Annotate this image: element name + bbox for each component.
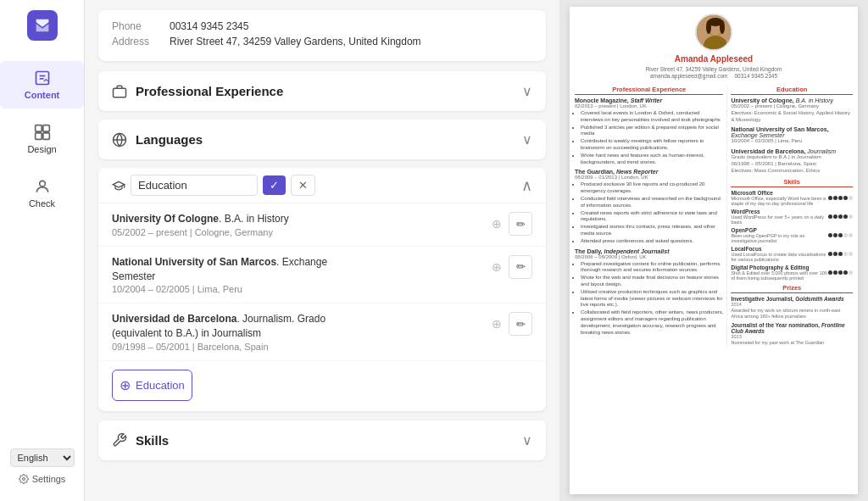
skill-5-info: Digital Photography & Editing Shot & Edi…: [731, 264, 828, 281]
globe-icon: [112, 132, 127, 148]
sidebar: Content Design Check English Settings: [0, 0, 85, 501]
dot: [828, 252, 832, 256]
add-education-button[interactable]: ⊕ Education: [112, 370, 192, 401]
drag-handle-2[interactable]: ⊕: [492, 260, 502, 274]
education-collapse-button[interactable]: ∧: [521, 176, 532, 195]
address-row: Address River Street 47, 34259 Valley Ga…: [112, 36, 532, 47]
dot-empty: [843, 233, 848, 237]
dot: [838, 252, 843, 256]
settings-label: Settings: [32, 474, 66, 484]
resume-card: Amanda Appleseed River Street 47, 34259 …: [570, 7, 858, 494]
sidebar-item-content[interactable]: Content: [0, 61, 84, 109]
skill-2-name: WordPress: [731, 209, 828, 214]
skill-1: Microsoft Office Microsoft Office, espec…: [731, 190, 853, 206]
dot: [843, 196, 848, 200]
edit-button-1[interactable]: ✏: [509, 212, 532, 236]
skill-3: OpenPGP Been using OpenPGP in my role as…: [731, 227, 853, 243]
edu-degree-note-3: . Grado: [292, 313, 326, 325]
edu-item-actions-3: ⊕ ✏: [492, 312, 532, 336]
edu-item-sub-1: 05/2002 – present | Cologne, Germany: [112, 227, 492, 237]
dot: [833, 233, 837, 237]
education-section-header: ✓ ✕ ∧: [98, 168, 546, 203]
svg-point-9: [39, 181, 45, 186]
edu-item-title-3: Universidad de Barcelona. Journalism. Gr…: [112, 312, 492, 326]
prize-1-desc: Awarded for my work on silicium miners i…: [731, 308, 853, 320]
chevron-down-icon: ∨: [522, 83, 532, 99]
skills-header[interactable]: Skills ∨: [98, 420, 546, 460]
edu-item-content-3: Universidad de Barcelona. Journalism. Gr…: [112, 312, 492, 352]
job3-bullets: Prepared investigative content for onlin…: [575, 261, 723, 337]
prize-2-desc: Nominated for my past work at The Guardi…: [731, 340, 853, 346]
resume-edu-3-sub: Grado (equivalent to B.A.) in Journalism: [731, 154, 853, 161]
dot-empty: [849, 196, 853, 200]
resume-body: Professional Experience Monocle Magazine…: [570, 82, 858, 352]
resume-edu-title: Education: [731, 86, 853, 95]
prize-1: Investigative Journalist, Goldsmith Awar…: [731, 296, 853, 320]
resume-right-col: Education University of Cologne, B.A. in…: [726, 86, 853, 348]
drag-handle-3[interactable]: ⊕: [492, 317, 502, 331]
prize-2-title: Journalist of the Year nomination, Front…: [731, 322, 853, 334]
job1-bullets: Covered local events in London & Oxford,…: [575, 110, 723, 165]
resume-edu-2-sub: 10/2004 – 02/2005 | Lima, Peru: [731, 138, 853, 145]
resume-job-3: The Daily, Independent Journalist 08/200…: [575, 248, 723, 337]
check-icon: [34, 178, 51, 195]
dot: [838, 270, 843, 275]
settings-item[interactable]: Settings: [19, 474, 66, 484]
dot: [833, 252, 837, 256]
graduation-icon: [112, 179, 125, 192]
resume-edu-3-title: Universidad de Barcelona, Journalism: [731, 148, 853, 154]
education-confirm-button[interactable]: ✓: [263, 175, 286, 195]
resume-edu-1-title: University of Cologne, B.A. in History: [731, 97, 853, 103]
skill-4-desc: Used LocalFocus to create data visualisa…: [731, 252, 828, 262]
education-section: ✓ ✕ ∧ University Of Cologne. B.A. in His…: [98, 168, 546, 411]
resume-preview: Amanda Appleseed River Street 47, 34259 …: [559, 0, 868, 501]
svg-rect-8: [42, 133, 49, 140]
skill-3-dots: [828, 233, 853, 237]
resume-job-1: Monocle Magazine, Staff Writer 02/2013 –…: [575, 97, 723, 165]
drag-handle-1[interactable]: ⊕: [492, 217, 502, 231]
edu-item-title-2b: Semester: [112, 270, 492, 284]
add-education-label: Education: [136, 379, 185, 392]
skill-4-dots: [828, 252, 853, 256]
skills-chevron-icon: ∨: [522, 432, 532, 448]
section-header-left-lang: Languages: [112, 132, 203, 148]
job3-title: The Daily, Independent Journalist: [575, 248, 723, 254]
prize-2: Journalist of the Year nomination, Front…: [731, 322, 853, 346]
skill-2-desc: Used WordPress for over 5+ years on a da…: [731, 214, 828, 225]
edu-item-2: National University of San Marcos. Excha…: [98, 247, 546, 304]
skill-4-name: LocalFocus: [731, 246, 828, 252]
education-title-input[interactable]: [131, 175, 258, 196]
skill-3-name: OpenPGP: [731, 227, 828, 233]
resume-email: amanda.appleseed@gmail.com: [650, 73, 728, 79]
language-select[interactable]: English: [10, 448, 75, 467]
sidebar-item-design[interactable]: Design: [0, 115, 84, 163]
sidebar-item-check-label: Check: [29, 198, 55, 209]
languages-header[interactable]: Languages ∨: [98, 120, 546, 159]
edu-item-title-2: National University of San Marcos. Excha…: [112, 255, 492, 270]
dot: [828, 233, 832, 237]
sidebar-bottom: English Settings: [0, 442, 84, 491]
edu-school-name-1: University Of Cologne: [112, 213, 219, 225]
skill-1-desc: Microsoft Office, especially Word have b…: [731, 196, 828, 206]
resume-skills-title: Skills: [731, 178, 853, 187]
prize-2-year: 2013: [731, 334, 853, 340]
address-label: Address: [112, 36, 163, 47]
skills-title: Skills: [136, 433, 169, 448]
resume-job-2: The Guardian, News Reporter 08/2009 – 01…: [575, 169, 723, 244]
sidebar-item-check[interactable]: Check: [0, 170, 84, 217]
edit-button-2[interactable]: ✏: [509, 255, 532, 279]
education-cancel-button[interactable]: ✕: [291, 175, 315, 196]
edu-item-3: Universidad de Barcelona. Journalism. Gr…: [98, 303, 546, 361]
sidebar-item-design-label: Design: [27, 144, 56, 154]
dot: [833, 196, 837, 200]
professional-experience-header[interactable]: Professional Experience ∨: [98, 71, 546, 111]
job3-sub: 08/2006 – 08/2009 | Oxford, UK: [575, 254, 723, 259]
dot: [838, 196, 843, 200]
edu-item-sub-3: 09/1998 – 05/2001 | Barcelona, Spain: [112, 342, 492, 352]
job2-sub: 08/2009 – 01/2013 | London, UK: [575, 175, 723, 180]
edu-school-name-2: National University of San Marcos: [112, 256, 276, 268]
edit-button-3[interactable]: ✏: [509, 312, 532, 336]
job2-bullets: Produced exclusive 30 live reports and c…: [575, 181, 723, 244]
skill-5-name: Digital Photography & Editing: [731, 264, 828, 270]
resume-edu-1-sub: 05/2002 – present | Cologne, Germany: [731, 103, 853, 110]
